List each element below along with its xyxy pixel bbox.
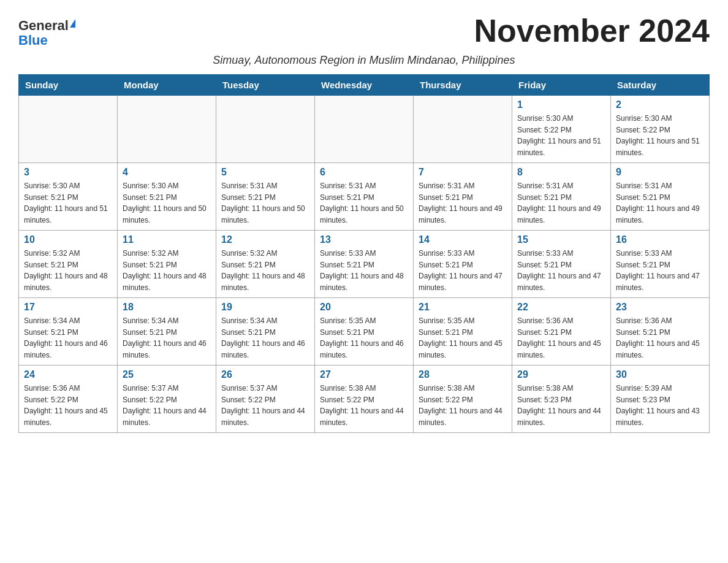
calendar-cell: 7Sunrise: 5:31 AM Sunset: 5:21 PM Daylig…	[414, 163, 512, 231]
day-info: Sunrise: 5:37 AM Sunset: 5:22 PM Dayligh…	[123, 383, 211, 428]
header-day-thursday: Thursday	[414, 75, 512, 96]
day-info: Sunrise: 5:31 AM Sunset: 5:21 PM Dayligh…	[517, 180, 605, 226]
header-day-tuesday: Tuesday	[216, 75, 315, 96]
calendar-cell: 8Sunrise: 5:31 AM Sunset: 5:21 PM Daylig…	[512, 163, 611, 231]
calendar-cell: 6Sunrise: 5:31 AM Sunset: 5:21 PM Daylig…	[315, 163, 414, 231]
day-number: 20	[320, 302, 408, 313]
calendar-cell: 22Sunrise: 5:36 AM Sunset: 5:21 PM Dayli…	[512, 298, 611, 366]
calendar-header: SundayMondayTuesdayWednesdayThursdayFrid…	[19, 75, 710, 96]
month-title: November 2024	[474, 12, 710, 49]
calendar-cell: 17Sunrise: 5:34 AM Sunset: 5:21 PM Dayli…	[19, 298, 118, 366]
day-info: Sunrise: 5:32 AM Sunset: 5:21 PM Dayligh…	[123, 248, 211, 293]
header-day-friday: Friday	[512, 75, 611, 96]
header-day-wednesday: Wednesday	[315, 75, 414, 96]
day-number: 24	[24, 369, 112, 380]
calendar-cell: 15Sunrise: 5:33 AM Sunset: 5:21 PM Dayli…	[512, 231, 611, 298]
calendar-cell: 25Sunrise: 5:37 AM Sunset: 5:22 PM Dayli…	[118, 366, 216, 433]
calendar-cell	[216, 96, 315, 163]
day-info: Sunrise: 5:36 AM Sunset: 5:21 PM Dayligh…	[616, 315, 704, 361]
day-info: Sunrise: 5:38 AM Sunset: 5:23 PM Dayligh…	[517, 383, 605, 428]
day-number: 1	[517, 99, 605, 110]
day-number: 9	[616, 167, 704, 178]
day-number: 8	[517, 167, 605, 178]
day-number: 7	[419, 167, 507, 178]
calendar-cell: 27Sunrise: 5:38 AM Sunset: 5:22 PM Dayli…	[315, 366, 414, 433]
calendar-cell: 30Sunrise: 5:39 AM Sunset: 5:23 PM Dayli…	[611, 366, 710, 433]
day-number: 11	[123, 234, 211, 245]
day-info: Sunrise: 5:30 AM Sunset: 5:21 PM Dayligh…	[24, 180, 112, 226]
day-info: Sunrise: 5:36 AM Sunset: 5:22 PM Dayligh…	[24, 383, 112, 428]
day-info: Sunrise: 5:33 AM Sunset: 5:21 PM Dayligh…	[517, 248, 605, 293]
calendar-cell: 2Sunrise: 5:30 AM Sunset: 5:22 PM Daylig…	[611, 96, 710, 163]
calendar-cell: 20Sunrise: 5:35 AM Sunset: 5:21 PM Dayli…	[315, 298, 414, 366]
week-row-3: 10Sunrise: 5:32 AM Sunset: 5:21 PM Dayli…	[19, 231, 710, 298]
day-number: 14	[419, 234, 507, 245]
day-info: Sunrise: 5:37 AM Sunset: 5:22 PM Dayligh…	[221, 383, 309, 428]
logo-blue-text: Blue	[18, 33, 48, 48]
day-number: 29	[517, 369, 605, 380]
day-info: Sunrise: 5:30 AM Sunset: 5:22 PM Dayligh…	[517, 113, 605, 158]
calendar-cell: 19Sunrise: 5:34 AM Sunset: 5:21 PM Dayli…	[216, 298, 315, 366]
day-number: 18	[123, 302, 211, 313]
day-info: Sunrise: 5:33 AM Sunset: 5:21 PM Dayligh…	[616, 248, 704, 293]
day-info: Sunrise: 5:32 AM Sunset: 5:21 PM Dayligh…	[221, 248, 309, 293]
calendar-cell: 21Sunrise: 5:35 AM Sunset: 5:21 PM Dayli…	[414, 298, 512, 366]
calendar-cell	[414, 96, 512, 163]
day-number: 27	[320, 369, 408, 380]
day-number: 21	[419, 302, 507, 313]
calendar-cell: 4Sunrise: 5:30 AM Sunset: 5:21 PM Daylig…	[118, 163, 216, 231]
day-number: 6	[320, 167, 408, 178]
calendar-cell: 26Sunrise: 5:37 AM Sunset: 5:22 PM Dayli…	[216, 366, 315, 433]
calendar-cell: 18Sunrise: 5:34 AM Sunset: 5:21 PM Dayli…	[118, 298, 216, 366]
calendar-cell: 13Sunrise: 5:33 AM Sunset: 5:21 PM Dayli…	[315, 231, 414, 298]
calendar-cell: 1Sunrise: 5:30 AM Sunset: 5:22 PM Daylig…	[512, 96, 611, 163]
header-day-saturday: Saturday	[611, 75, 710, 96]
calendar-cell	[315, 96, 414, 163]
day-info: Sunrise: 5:30 AM Sunset: 5:21 PM Dayligh…	[123, 180, 211, 226]
day-info: Sunrise: 5:33 AM Sunset: 5:21 PM Dayligh…	[320, 248, 408, 293]
calendar-cell: 24Sunrise: 5:36 AM Sunset: 5:22 PM Dayli…	[19, 366, 118, 433]
calendar-cell: 29Sunrise: 5:38 AM Sunset: 5:23 PM Dayli…	[512, 366, 611, 433]
day-info: Sunrise: 5:31 AM Sunset: 5:21 PM Dayligh…	[419, 180, 507, 226]
day-number: 4	[123, 167, 211, 178]
calendar-cell: 3Sunrise: 5:30 AM Sunset: 5:21 PM Daylig…	[19, 163, 118, 231]
calendar-cell	[19, 96, 118, 163]
day-info: Sunrise: 5:32 AM Sunset: 5:21 PM Dayligh…	[24, 248, 112, 293]
day-info: Sunrise: 5:39 AM Sunset: 5:23 PM Dayligh…	[616, 383, 704, 428]
day-number: 10	[24, 234, 112, 245]
day-info: Sunrise: 5:38 AM Sunset: 5:22 PM Dayligh…	[320, 383, 408, 428]
day-number: 12	[221, 234, 309, 245]
day-info: Sunrise: 5:34 AM Sunset: 5:21 PM Dayligh…	[24, 315, 112, 361]
day-info: Sunrise: 5:36 AM Sunset: 5:21 PM Dayligh…	[517, 315, 605, 361]
calendar-cell: 10Sunrise: 5:32 AM Sunset: 5:21 PM Dayli…	[19, 231, 118, 298]
calendar-cell: 28Sunrise: 5:38 AM Sunset: 5:22 PM Dayli…	[414, 366, 512, 433]
header-row: SundayMondayTuesdayWednesdayThursdayFrid…	[19, 75, 710, 96]
day-number: 16	[616, 234, 704, 245]
day-number: 19	[221, 302, 309, 313]
calendar-cell	[118, 96, 216, 163]
page-header: General Blue November 2024	[18, 12, 710, 49]
day-number: 17	[24, 302, 112, 313]
day-info: Sunrise: 5:31 AM Sunset: 5:21 PM Dayligh…	[320, 180, 408, 226]
calendar-cell: 14Sunrise: 5:33 AM Sunset: 5:21 PM Dayli…	[414, 231, 512, 298]
calendar-cell: 11Sunrise: 5:32 AM Sunset: 5:21 PM Dayli…	[118, 231, 216, 298]
week-row-5: 24Sunrise: 5:36 AM Sunset: 5:22 PM Dayli…	[19, 366, 710, 433]
week-row-2: 3Sunrise: 5:30 AM Sunset: 5:21 PM Daylig…	[19, 163, 710, 231]
day-number: 23	[616, 302, 704, 313]
day-number: 3	[24, 167, 112, 178]
day-info: Sunrise: 5:30 AM Sunset: 5:22 PM Dayligh…	[616, 113, 704, 158]
calendar-cell: 5Sunrise: 5:31 AM Sunset: 5:21 PM Daylig…	[216, 163, 315, 231]
calendar-cell: 16Sunrise: 5:33 AM Sunset: 5:21 PM Dayli…	[611, 231, 710, 298]
week-row-1: 1Sunrise: 5:30 AM Sunset: 5:22 PM Daylig…	[19, 96, 710, 163]
header-day-monday: Monday	[118, 75, 216, 96]
day-info: Sunrise: 5:38 AM Sunset: 5:22 PM Dayligh…	[419, 383, 507, 428]
day-number: 13	[320, 234, 408, 245]
day-number: 15	[517, 234, 605, 245]
calendar-cell: 9Sunrise: 5:31 AM Sunset: 5:21 PM Daylig…	[611, 163, 710, 231]
day-info: Sunrise: 5:31 AM Sunset: 5:21 PM Dayligh…	[616, 180, 704, 226]
page-subtitle: Simuay, Autonomous Region in Muslim Mind…	[18, 54, 710, 67]
day-number: 26	[221, 369, 309, 380]
day-info: Sunrise: 5:34 AM Sunset: 5:21 PM Dayligh…	[123, 315, 211, 361]
day-number: 28	[419, 369, 507, 380]
week-row-4: 17Sunrise: 5:34 AM Sunset: 5:21 PM Dayli…	[19, 298, 710, 366]
